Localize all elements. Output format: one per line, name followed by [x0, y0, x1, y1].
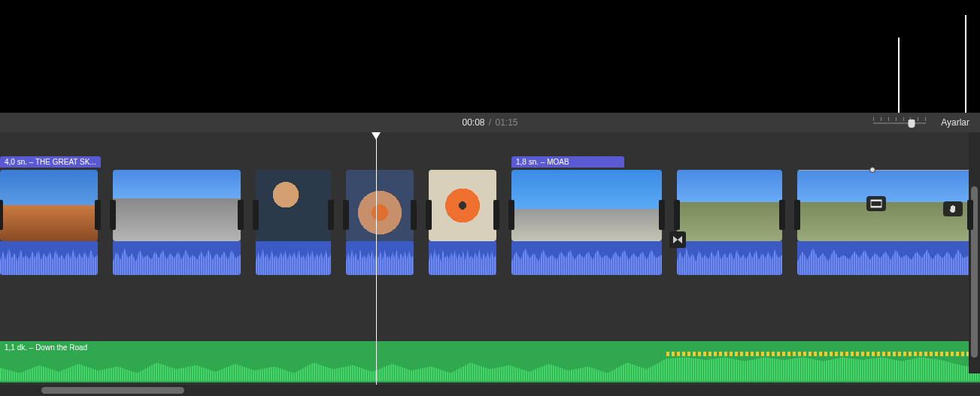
- clip-edge-handle-right[interactable]: [95, 200, 101, 230]
- keyframe-marker[interactable]: [869, 167, 875, 173]
- callout-line-zoom: [898, 38, 900, 113]
- current-time: 00:08: [462, 117, 484, 128]
- clip-audio-waveform[interactable]: [511, 241, 662, 275]
- timeline[interactable]: 4,0 sn. – THE GREAT SK...1,8 sn. – MOAB …: [0, 132, 980, 385]
- clip-edge-handle-right[interactable]: [238, 200, 244, 230]
- video-clip[interactable]: [677, 170, 782, 290]
- time-separator: /: [489, 117, 491, 128]
- audio-peak-indicator: [666, 352, 970, 356]
- freeze-frame-icon[interactable]: [866, 196, 886, 211]
- clip-thumbnail[interactable]: [429, 170, 496, 241]
- clip-thumbnail[interactable]: [346, 170, 414, 241]
- clip-audio-waveform[interactable]: [797, 241, 970, 275]
- video-clip[interactable]: 4,0 sn. – THE GREAT SK...: [0, 170, 98, 290]
- video-clip[interactable]: 1,8 sn. – MOAB: [511, 170, 662, 290]
- settings-button[interactable]: Ayarlar: [941, 117, 969, 128]
- clip-edge-handle-right[interactable]: [411, 200, 417, 230]
- total-time: 01:15: [496, 117, 518, 128]
- clip-edge-handle-right[interactable]: [328, 200, 334, 230]
- svg-rect-1: [871, 200, 881, 201]
- clip-audio-waveform[interactable]: [0, 241, 98, 275]
- clip-thumbnail[interactable]: [0, 170, 98, 241]
- clip-thumbnail[interactable]: [113, 170, 241, 241]
- clip-title-label: 4,0 sn. – THE GREAT SK...: [0, 156, 101, 168]
- zoom-slider[interactable]: [873, 117, 926, 128]
- clip-title-label: 1,8 sn. – MOAB: [511, 156, 624, 168]
- vertical-scrollbar[interactable]: [969, 132, 980, 373]
- zoom-slider-thumb[interactable]: [908, 119, 915, 128]
- video-clip[interactable]: [797, 170, 970, 290]
- clip-edge-handle-left[interactable]: [110, 200, 116, 230]
- clip-edge-handle-left[interactable]: [0, 200, 3, 230]
- clip-edge-handle-left[interactable]: [253, 200, 259, 230]
- stabilize-icon: [943, 201, 963, 216]
- video-clip[interactable]: [429, 170, 496, 290]
- transition-icon[interactable]: [669, 231, 686, 248]
- clip-edge-handle-right[interactable]: [493, 200, 499, 230]
- clip-thumbnail[interactable]: [511, 170, 662, 241]
- clip-audio-waveform[interactable]: [677, 241, 782, 275]
- music-clip-label: 1,1 dk. – Down the Road: [5, 343, 87, 352]
- clip-edge-handle-left[interactable]: [508, 200, 514, 230]
- clip-edge-handle-left[interactable]: [674, 200, 680, 230]
- horizontal-scrollbar-thumb[interactable]: [41, 387, 184, 394]
- clip-edge-handle-left[interactable]: [426, 200, 432, 230]
- clip-audio-waveform[interactable]: [346, 241, 414, 275]
- video-clip[interactable]: [346, 170, 414, 290]
- timecode-display: 00:08 / 01:15: [462, 117, 517, 128]
- clip-thumbnail[interactable]: [677, 170, 782, 241]
- music-waveform: [0, 355, 980, 381]
- timeline-toolbar: 00:08 / 01:15 Ayarlar: [0, 113, 980, 132]
- video-clip[interactable]: [113, 170, 241, 290]
- clip-thumbnail[interactable]: [256, 170, 331, 241]
- horizontal-scrollbar[interactable]: [0, 385, 980, 396]
- clip-edge-handle-left[interactable]: [794, 200, 800, 230]
- clip-audio-waveform[interactable]: [113, 241, 241, 275]
- video-track: 4,0 sn. – THE GREAT SK...1,8 sn. – MOAB: [0, 170, 980, 290]
- clip-edge-handle-right[interactable]: [967, 200, 973, 230]
- callout-area: [0, 0, 980, 113]
- callout-line-settings: [965, 15, 966, 113]
- clip-edge-handle-left[interactable]: [343, 200, 349, 230]
- clip-edge-handle-right[interactable]: [659, 200, 665, 230]
- clip-edge-handle-right[interactable]: [779, 200, 785, 230]
- clip-audio-waveform[interactable]: [256, 241, 331, 275]
- svg-rect-2: [871, 206, 881, 207]
- playhead[interactable]: [376, 132, 377, 385]
- music-track[interactable]: 1,1 dk. – Down the Road: [0, 341, 980, 382]
- playhead-handle[interactable]: [372, 132, 381, 140]
- video-clip[interactable]: [256, 170, 331, 290]
- clip-audio-waveform[interactable]: [429, 241, 496, 275]
